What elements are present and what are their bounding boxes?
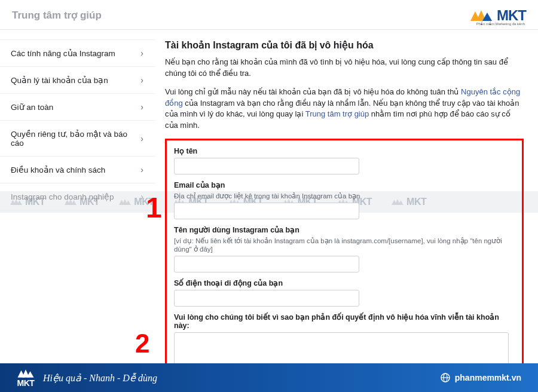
content-layout: Các tính năng của Instagram › Quản lý tà…	[0, 30, 538, 363]
sidebar-item-features[interactable]: Các tính năng của Instagram ›	[0, 39, 155, 67]
sidebar-item-label: Quản lý tài khoản của bạn	[11, 75, 108, 85]
appeal-form: Họ tên Email của bạn Địa chỉ email được …	[165, 139, 524, 363]
brand-tagline: Phần mềm Marketing đa kênh	[476, 22, 525, 26]
reason-label: Vui lòng cho chúng tôi biết vì sao bạn p…	[174, 313, 515, 330]
annotation-one: 1	[146, 191, 162, 224]
sidebar-item-label: Instagram cho doanh nghiệp	[11, 192, 114, 201]
intro-text: Nếu bạn cho rằng tài khoản của mình đã v…	[165, 57, 524, 79]
globe-icon	[441, 373, 450, 382]
footer-slogan: Hiệu quả - Nhanh - Dễ dùng	[43, 372, 157, 384]
footer-logo: MKT	[17, 368, 35, 387]
header-title: Trung tâm trợ giúp	[12, 9, 102, 22]
main-content: Tài khoản Instagram của tôi đã bị vô hiệ…	[155, 30, 538, 363]
field-phone: Số điện thoại di động của bạn	[174, 278, 515, 307]
sidebar-item-label: Các tính năng của Instagram	[11, 48, 115, 58]
sidebar: Các tính năng của Instagram › Quản lý tà…	[0, 30, 155, 363]
notice-text: Vui lòng chỉ gửi mẫu này nếu tài khoản c…	[165, 87, 524, 131]
footer-brand-name: MKT	[17, 379, 35, 387]
full-name-input[interactable]	[174, 158, 359, 174]
app-header: Trung tâm trợ giúp MKT Phần mềm Marketin…	[0, 0, 538, 30]
chevron-right-icon: ›	[140, 192, 143, 201]
chevron-right-icon: ›	[140, 48, 143, 58]
chevron-right-icon: ›	[140, 75, 143, 85]
field-full-name: Họ tên	[174, 146, 515, 174]
full-name-label: Họ tên	[174, 146, 515, 155]
chevron-right-icon: ›	[140, 102, 143, 112]
sidebar-item-manage-account[interactable]: Quản lý tài khoản của bạn ›	[0, 67, 155, 94]
sidebar-item-business[interactable]: Instagram cho doanh nghiệp ›	[0, 183, 155, 210]
reason-textarea[interactable]	[174, 332, 509, 363]
brand-shards-icon	[17, 368, 35, 379]
sidebar-item-terms[interactable]: Điều khoản và chính sách ›	[0, 157, 155, 183]
brand-shards-icon	[469, 9, 493, 22]
username-label: Tên người dùng Instagram của bạn	[174, 225, 515, 234]
username-hint: [ví dụ: Nếu liên kết tới tài khoản Insta…	[174, 237, 515, 253]
sidebar-item-label: Điều khoản và chính sách	[11, 165, 105, 174]
phone-input[interactable]	[174, 290, 359, 307]
page-title: Tài khoản Instagram của tôi đã bị vô hiệ…	[165, 39, 524, 51]
username-input[interactable]	[174, 256, 359, 272]
annotation-two: 2	[135, 329, 149, 359]
field-reason: Vui lòng cho chúng tôi biết vì sao bạn p…	[174, 313, 515, 363]
email-input[interactable]	[174, 203, 359, 219]
email-hint: Địa chỉ email được liệt kê trong tài kho…	[174, 192, 515, 200]
field-username: Tên người dùng Instagram của bạn [ví dụ:…	[174, 225, 515, 272]
phone-label: Số điện thoại di động của bạn	[174, 278, 515, 287]
email-label: Email của bạn	[174, 180, 515, 189]
sidebar-item-label: Quyền riêng tư, bảo mật và báo cáo	[11, 129, 140, 148]
sidebar-item-safety[interactable]: Giữ an toàn ›	[0, 94, 155, 121]
sidebar-item-privacy[interactable]: Quyền riêng tư, bảo mật và báo cáo ›	[0, 121, 155, 157]
footer-site-link[interactable]: phanmemmkt.vn	[441, 373, 521, 382]
help-center-link[interactable]: Trung tâm trợ giúp	[305, 109, 369, 118]
chevron-right-icon: ›	[140, 165, 143, 174]
field-email: Email của bạn Địa chỉ email được liệt kê…	[174, 180, 515, 219]
footer-site-text: phanmemmkt.vn	[455, 373, 521, 382]
sidebar-item-label: Giữ an toàn	[11, 102, 53, 112]
chevron-right-icon: ›	[140, 134, 143, 143]
brand-footer: MKT Hiệu quả - Nhanh - Dễ dùng phanmemmk…	[0, 363, 538, 392]
